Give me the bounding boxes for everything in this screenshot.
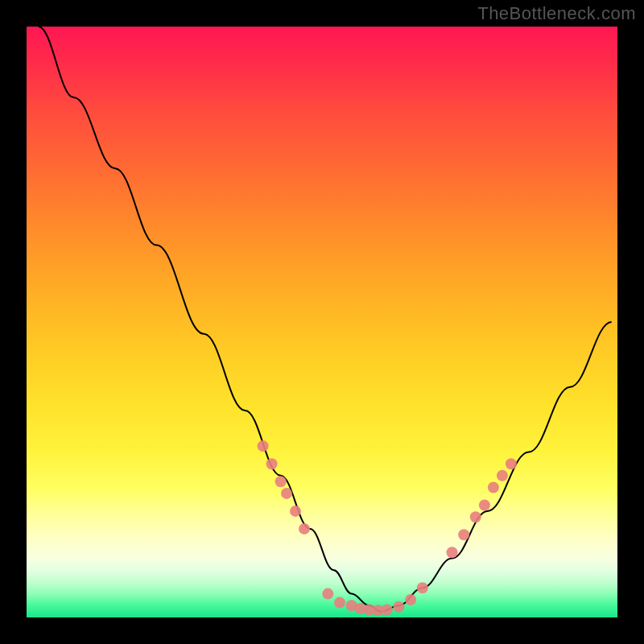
right-marker-band <box>447 458 517 558</box>
plot-area <box>27 27 617 617</box>
marker-dot <box>497 470 508 481</box>
watermark-text: TheBottleneck.com <box>477 3 636 24</box>
valley-markers <box>322 582 428 616</box>
chart-container: TheBottleneck.com <box>0 0 644 644</box>
marker-dot <box>382 605 393 616</box>
marker-dot <box>506 458 517 469</box>
marker-dot <box>479 500 490 511</box>
marker-dot <box>281 488 292 499</box>
marker-dot <box>417 582 428 593</box>
marker-dot <box>447 547 458 558</box>
marker-dot <box>458 529 469 540</box>
marker-dot <box>266 458 278 469</box>
marker-dot <box>258 440 269 452</box>
marker-dot <box>488 482 499 493</box>
marker-dot <box>275 476 287 487</box>
marker-dot <box>405 594 416 605</box>
curve-layer <box>27 27 617 617</box>
marker-dot <box>470 511 481 522</box>
marker-dot <box>393 601 404 613</box>
marker-dot <box>334 597 345 609</box>
bottleneck-curve <box>39 27 612 612</box>
marker-dot <box>299 523 310 535</box>
marker-dot <box>322 588 333 600</box>
marker-dot <box>290 506 301 517</box>
